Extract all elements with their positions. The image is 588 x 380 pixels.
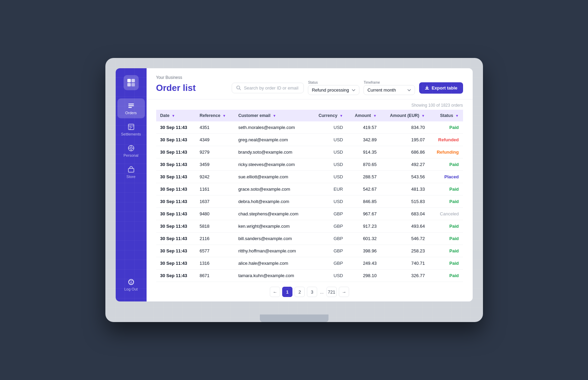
status-filter-select[interactable]: Refund processing bbox=[308, 85, 359, 95]
cell-currency: GBP bbox=[311, 257, 347, 270]
pagination: ← 1 2 3 ... 721 → bbox=[156, 282, 463, 298]
title-row: Order list Search by order ID or email S… bbox=[156, 81, 463, 95]
table-row[interactable]: 30 Sep 11:43 9242 sue.elliott@example.co… bbox=[156, 171, 463, 183]
table-header-row: Date ▼ Reference ▼ Customer email ▼ Curr… bbox=[156, 110, 463, 121]
cell-reference: 4349 bbox=[195, 134, 234, 146]
cell-email: grace.soto@example.com bbox=[234, 183, 311, 195]
col-date[interactable]: Date ▼ bbox=[156, 110, 196, 121]
cell-email: ritthy.hoffman@example.com bbox=[234, 245, 311, 257]
status-filter-group: Status Refund processing bbox=[308, 81, 359, 95]
export-button[interactable]: Export table bbox=[419, 82, 463, 94]
page-header: Your Business Order list Search by order… bbox=[147, 68, 473, 99]
cell-status: Paid bbox=[429, 195, 463, 208]
cell-amount-eur: 326.77 bbox=[381, 270, 429, 282]
page-button-721[interactable]: 721 bbox=[326, 287, 337, 297]
timeframe-filter-label: Timeframe bbox=[364, 81, 415, 84]
table-row[interactable]: 30 Sep 11:43 3459 ricky.steeves@example.… bbox=[156, 158, 463, 171]
col-email[interactable]: Customer email ▼ bbox=[234, 110, 311, 121]
col-status[interactable]: Status ▼ bbox=[429, 110, 463, 121]
cell-email: seth.morales@example.com bbox=[234, 121, 311, 134]
cell-currency: GBP bbox=[311, 220, 347, 233]
page-button-2[interactable]: 2 bbox=[295, 287, 305, 297]
cell-status: Paid bbox=[429, 270, 463, 282]
table-row[interactable]: 30 Sep 11:43 1637 debra.holt@example.com… bbox=[156, 195, 463, 208]
table-row[interactable]: 30 Sep 11:43 2116 bill.sanders@example.c… bbox=[156, 233, 463, 245]
cell-amount: 298.10 bbox=[347, 270, 381, 282]
cell-date: 30 Sep 11:43 bbox=[156, 171, 196, 183]
cell-amount: 967.67 bbox=[347, 208, 381, 220]
cell-currency: USD bbox=[311, 146, 347, 158]
cell-date: 30 Sep 11:43 bbox=[156, 134, 196, 146]
table-row[interactable]: 30 Sep 11:43 6577 ritthy.hoffman@example… bbox=[156, 245, 463, 257]
cell-status: Paid bbox=[429, 121, 463, 134]
cell-amount: 419.57 bbox=[347, 121, 381, 134]
sidebar-item-settlements[interactable]: Settlements bbox=[117, 120, 145, 140]
svg-rect-10 bbox=[131, 127, 132, 128]
cell-date: 30 Sep 11:43 bbox=[156, 146, 196, 158]
table-row[interactable]: 30 Sep 11:43 1161 grace.soto@example.com… bbox=[156, 183, 463, 195]
cell-currency: GBP bbox=[311, 233, 347, 245]
table-row[interactable]: 30 Sep 11:43 1316 alice.hale@example.com… bbox=[156, 257, 463, 270]
search-icon bbox=[236, 85, 241, 90]
cell-date: 30 Sep 11:43 bbox=[156, 183, 196, 195]
table-row[interactable]: 30 Sep 11:43 9279 brandy.soto@example.co… bbox=[156, 146, 463, 158]
table-row[interactable]: 30 Sep 11:43 5818 ken.wright@example.com… bbox=[156, 220, 463, 233]
page-ellipsis: ... bbox=[319, 289, 324, 295]
svg-rect-17 bbox=[128, 168, 134, 172]
col-amount[interactable]: Amount ▼ bbox=[347, 110, 381, 121]
sidebar-item-personal-label: Personal bbox=[124, 153, 138, 157]
sidebar-item-personal[interactable]: Personal bbox=[117, 141, 145, 161]
cell-currency: GBP bbox=[311, 245, 347, 257]
cell-email: debra.holt@example.com bbox=[234, 195, 311, 208]
cell-reference: 9279 bbox=[195, 146, 234, 158]
page-button-3[interactable]: 3 bbox=[307, 287, 317, 297]
cell-currency: EUR bbox=[311, 183, 347, 195]
search-box[interactable]: Search by order ID or email bbox=[232, 83, 304, 93]
cell-date: 30 Sep 11:43 bbox=[156, 195, 196, 208]
next-page-button[interactable]: → bbox=[339, 287, 349, 297]
orders-table: Date ▼ Reference ▼ Customer email ▼ Curr… bbox=[156, 110, 463, 282]
sidebar-item-orders[interactable]: Orders bbox=[117, 98, 145, 118]
timeframe-filter-select[interactable]: Current month bbox=[364, 85, 415, 95]
cell-email: sue.elliott@example.com bbox=[234, 171, 311, 183]
cell-date: 30 Sep 11:43 bbox=[156, 121, 196, 134]
cell-status: Paid bbox=[429, 158, 463, 171]
cell-currency: USD bbox=[311, 195, 347, 208]
main-content: Your Business Order list Search by order… bbox=[147, 68, 473, 301]
cell-status: Paid bbox=[429, 233, 463, 245]
cell-amount-eur: 515.83 bbox=[381, 195, 429, 208]
sidebar-item-store[interactable]: Store bbox=[117, 162, 145, 182]
main-body: Showing 100 of 1823 orders Date ▼ Refere… bbox=[147, 99, 473, 301]
cell-date: 30 Sep 11:43 bbox=[156, 158, 196, 171]
logout-button[interactable]: Log Out bbox=[117, 275, 145, 295]
svg-rect-4 bbox=[128, 104, 134, 105]
cell-amount-eur: 543.56 bbox=[381, 171, 429, 183]
cell-email: ricky.steeves@example.com bbox=[234, 158, 311, 171]
showing-text: Showing 100 of 1823 orders bbox=[156, 99, 463, 110]
col-reference[interactable]: Reference ▼ bbox=[195, 110, 234, 121]
table-row[interactable]: 30 Sep 11:43 4351 seth.morales@example.c… bbox=[156, 121, 463, 134]
page-button-1[interactable]: 1 bbox=[282, 287, 292, 297]
cell-date: 30 Sep 11:43 bbox=[156, 257, 196, 270]
col-amount-eur[interactable]: Amount (EUR) ▼ bbox=[381, 110, 429, 121]
cell-amount: 249.43 bbox=[347, 257, 381, 270]
cell-reference: 1161 bbox=[195, 183, 234, 195]
cell-amount-eur: 686.86 bbox=[381, 146, 429, 158]
sidebar-logo[interactable] bbox=[124, 75, 139, 90]
table-row[interactable]: 30 Sep 11:43 8671 tamara.kuhn@example.co… bbox=[156, 270, 463, 282]
cell-amount: 542.67 bbox=[347, 183, 381, 195]
cell-date: 30 Sep 11:43 bbox=[156, 220, 196, 233]
cell-amount: 870.65 bbox=[347, 158, 381, 171]
cell-date: 30 Sep 11:43 bbox=[156, 270, 196, 282]
cell-currency: USD bbox=[311, 134, 347, 146]
status-filter-label: Status bbox=[308, 81, 359, 84]
chevron-down-icon bbox=[351, 88, 356, 92]
sidebar-item-orders-label: Orders bbox=[125, 111, 137, 115]
table-row[interactable]: 30 Sep 11:43 9480 chad.stephens@example.… bbox=[156, 208, 463, 220]
cell-amount-eur: 258.23 bbox=[381, 245, 429, 257]
col-currency[interactable]: Currency ▼ bbox=[311, 110, 347, 121]
table-row[interactable]: 30 Sep 11:43 4349 greg.neal@example.com … bbox=[156, 134, 463, 146]
export-button-label: Export table bbox=[431, 85, 457, 91]
prev-page-button[interactable]: ← bbox=[270, 287, 280, 297]
cell-status: Refunding bbox=[429, 146, 463, 158]
